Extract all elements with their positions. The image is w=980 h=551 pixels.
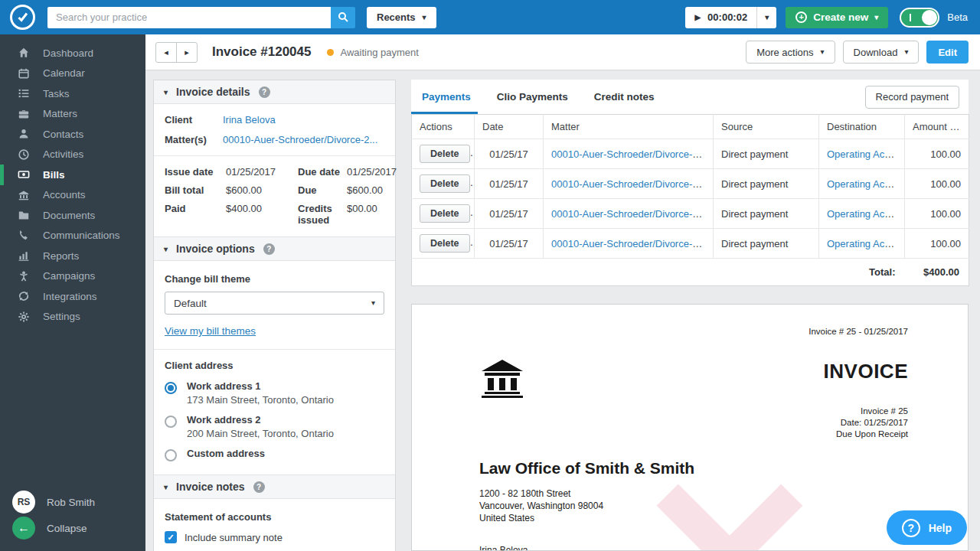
column-header-source: Source	[714, 115, 819, 139]
sidebar-item-matters[interactable]: Matters	[0, 104, 145, 125]
payment-destination-link[interactable]: Operating Account 01	[827, 208, 905, 220]
preview-meta-line: Invoice # 25	[479, 406, 908, 417]
user-menu[interactable]: RS Rob Smith	[12, 489, 145, 515]
sidebar-item-bills[interactable]: Bills	[0, 165, 145, 185]
beta-toggle[interactable]	[900, 8, 939, 28]
sidebar-item-label: Documents	[43, 210, 95, 221]
help-badge-icon[interactable]: ?	[263, 243, 275, 255]
column-header-actions: Actions	[412, 115, 475, 139]
previous-invoice-button[interactable]: ◂	[155, 42, 177, 63]
timer-button[interactable]: ▶ 00:00:02 ▾	[685, 7, 776, 28]
tab-credit-notes[interactable]: Credit notes	[594, 80, 655, 114]
payment-matter-link[interactable]: 00010-Auer-Schroeder/Divorce-2...	[551, 148, 706, 160]
field-value: $400.00	[226, 203, 298, 214]
help-button[interactable]: ? Help	[887, 510, 967, 545]
collapse-label: Collapse	[47, 523, 87, 534]
bank-icon	[18, 189, 30, 201]
delete-payment-button[interactable]: Delete	[420, 174, 470, 193]
timer-main[interactable]: ▶ 00:00:02	[685, 11, 756, 23]
field-label: Bill total	[165, 184, 226, 196]
address-option-work2[interactable]: Work address 2 200 Main Street, Toronto,…	[165, 414, 384, 439]
next-invoice-button[interactable]: ▸	[176, 42, 198, 63]
edit-button[interactable]: Edit	[926, 41, 969, 64]
sidebar-item-label: Dashboard	[43, 47, 93, 59]
sidebar-item-dashboard[interactable]: Dashboard	[0, 43, 145, 64]
payment-source: Direct payment	[714, 199, 819, 229]
banknote-icon	[18, 168, 30, 181]
address-option-custom[interactable]: Custom address	[165, 448, 384, 461]
matter-link[interactable]: 00010-Auer-Schroeder/Divorce-2...	[223, 134, 377, 145]
more-actions-label: More actions	[756, 47, 813, 58]
payment-matter-link[interactable]: 00010-Auer-Schroeder/Divorce-2...	[551, 238, 706, 249]
payment-date: 01/25/17	[475, 229, 544, 259]
checkbox-checked-icon[interactable]: ✓	[165, 531, 177, 543]
field-label: Paid	[165, 203, 226, 214]
sidebar-item-documents[interactable]: Documents	[0, 205, 145, 226]
sidebar-item-campaigns[interactable]: Campaigns	[0, 266, 145, 287]
sidebar-item-contacts[interactable]: Contacts	[0, 124, 145, 145]
timer-dropdown[interactable]: ▾	[756, 7, 776, 28]
field-value: 01/25/2017	[347, 166, 397, 178]
include-summary-note-checkbox-row[interactable]: ✓ Include summary note	[165, 531, 384, 543]
radio-icon[interactable]	[165, 416, 177, 428]
sidebar-item-activities[interactable]: Activities	[0, 145, 145, 165]
payment-destination-link[interactable]: Operating Account 01	[827, 148, 905, 160]
play-icon: ▶	[694, 13, 701, 21]
sidebar-item-settings[interactable]: Settings	[0, 307, 145, 328]
address-detail: 173 Main Street, Toronto, Ontario	[187, 394, 334, 406]
client-row: Client Irina Belova	[165, 114, 384, 126]
sidebar-item-label: Bills	[43, 169, 65, 181]
bill-theme-label: Change bill theme	[165, 273, 384, 285]
sidebar-nav: Dashboard Calendar Tasks Matters Contact…	[0, 34, 145, 327]
payment-destination-link[interactable]: Operating Account 01	[827, 238, 905, 249]
client-link[interactable]: Irina Belova	[223, 114, 276, 126]
column-header-amount: Amount ($)	[905, 115, 969, 139]
search-button[interactable]	[331, 7, 355, 28]
help-badge-icon[interactable]: ?	[253, 481, 265, 493]
delete-payment-button[interactable]: Delete	[420, 234, 470, 253]
bill-theme-select[interactable]: Default ▾	[165, 292, 384, 315]
recents-dropdown[interactable]: Recents ▾	[367, 7, 436, 28]
payment-amount: 100.00	[905, 139, 969, 169]
sidebar-item-accounts[interactable]: Accounts	[0, 185, 145, 206]
caret-left-icon: ◂	[164, 47, 168, 57]
sidebar-item-calendar[interactable]: Calendar	[0, 64, 145, 84]
caret-right-icon: ▸	[185, 47, 189, 57]
record-payment-button[interactable]: Record payment	[865, 86, 959, 109]
payment-matter-link[interactable]: 00010-Auer-Schroeder/Divorce-2...	[551, 208, 706, 220]
help-badge-icon[interactable]: ?	[259, 86, 270, 98]
payment-row: Delete 01/25/17 00010-Auer-Schroeder/Div…	[412, 199, 969, 229]
collapse-sidebar-button[interactable]: ← Collapse	[12, 515, 145, 541]
sidebar-item-communications[interactable]: Communications	[0, 226, 145, 246]
delete-payment-button[interactable]: Delete	[420, 204, 470, 223]
sidebar-item-tasks[interactable]: Tasks	[0, 83, 145, 104]
invoice-options-section-header[interactable]: ▾ Invoice options ?	[154, 236, 395, 261]
field-label: Issue date	[165, 166, 226, 178]
invoice-notes-section-header[interactable]: ▾ Invoice notes ?	[154, 474, 395, 499]
payment-amount: 100.00	[905, 229, 969, 259]
radio-selected-icon[interactable]	[165, 382, 177, 394]
search-input[interactable]	[47, 7, 331, 28]
preview-firm-address: 1200 - 82 180th Street Vancouver, Washin…	[479, 487, 908, 525]
payments-column: Payments Clio Payments Credit notes Reco…	[411, 80, 969, 551]
invoice-settings-column: ▾ Invoice details ? Client Irina Belova …	[153, 80, 396, 551]
field-label: Credits issued	[298, 203, 347, 226]
tab-clio-payments[interactable]: Clio Payments	[497, 80, 568, 114]
payment-date: 01/25/17	[475, 169, 544, 199]
radio-icon[interactable]	[165, 449, 177, 461]
invoice-details-section-header[interactable]: ▾ Invoice details ?	[154, 80, 395, 104]
clio-logo-icon[interactable]	[10, 5, 35, 30]
payment-matter-link[interactable]: 00010-Auer-Schroeder/Divorce-2...	[551, 178, 706, 190]
section-title: Invoice options	[176, 243, 255, 255]
delete-payment-button[interactable]: Delete	[420, 145, 470, 163]
field-value: $600.00	[347, 184, 397, 196]
payment-destination-link[interactable]: Operating Account 01	[827, 178, 905, 190]
sidebar-item-integrations[interactable]: Integrations	[0, 286, 145, 307]
sidebar-item-reports[interactable]: Reports	[0, 246, 145, 266]
tab-payments[interactable]: Payments	[422, 80, 471, 114]
address-option-work1[interactable]: Work address 1 173 Main Street, Toronto,…	[165, 380, 384, 406]
more-actions-button[interactable]: More actions ▾	[746, 41, 835, 64]
view-bill-themes-link[interactable]: View my bill themes	[165, 325, 256, 337]
create-new-button[interactable]: + Create new ▾	[786, 7, 888, 28]
download-button[interactable]: Download ▾	[843, 41, 920, 64]
